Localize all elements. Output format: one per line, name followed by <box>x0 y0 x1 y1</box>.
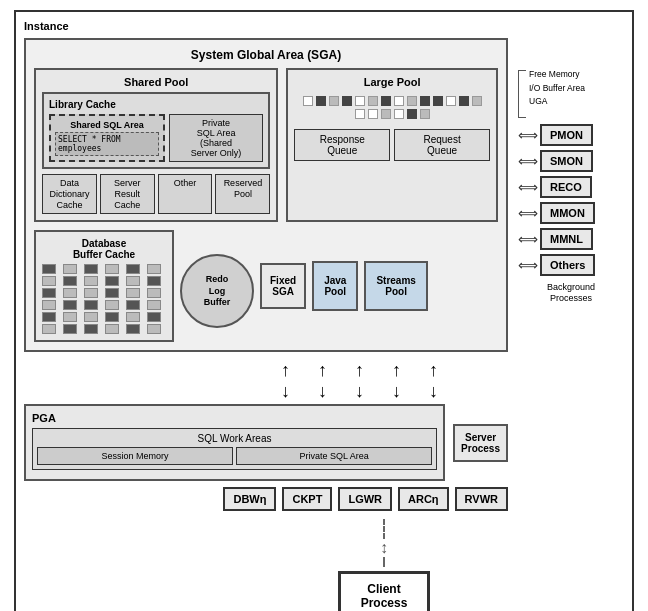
private-sql-area-cell: Private SQL Area <box>236 447 432 465</box>
mmnl-row: ⟺ MMNL <box>518 228 624 250</box>
large-pool-box: Large Pool Response Queue Request Queue <box>286 68 498 222</box>
pga-bottom-row: Session Memory Private SQL Area <box>37 447 432 465</box>
pga-sql-work-areas: SQL Work Areas Session Memory Private SQ… <box>32 428 437 470</box>
fixed-sga-label: Fixed SGA <box>270 275 296 297</box>
outer-container: Instance System Global Area (SGA) Shared… <box>4 0 644 611</box>
sga-box: System Global Area (SGA) Shared Pool Lib… <box>24 38 508 352</box>
java-pool-box: Java Pool <box>312 261 358 311</box>
large-pool-queues: Response Queue Request Queue <box>294 129 490 161</box>
sga-label: System Global Area (SGA) <box>34 48 498 62</box>
other-cell: Other <box>158 174 213 214</box>
reco-row: ⟺ RECO <box>518 176 624 198</box>
vertical-arrow-area: ↕ <box>144 519 624 567</box>
shared-sql-title: Shared SQL Area <box>55 120 159 130</box>
buffer-grid <box>42 264 166 334</box>
bg-processes-label: Background Processes <box>518 282 624 304</box>
instance-label: Instance <box>24 20 624 32</box>
sga-middle-row: Database Buffer Cache <box>34 230 498 342</box>
mmon-box: MMON <box>540 202 595 224</box>
redo-log-box: Redo Log Buffer <box>180 254 254 328</box>
reco-arrow: ⟺ <box>518 179 538 195</box>
pga-box: PGA SQL Work Areas Session Memory Privat… <box>24 404 445 481</box>
mmnl-box: MMNL <box>540 228 593 250</box>
server-result-cache-cell: Server Result Cache <box>100 174 155 214</box>
pga-label: PGA <box>32 412 437 424</box>
pmon-arrow: ⟺ <box>518 127 538 143</box>
reserved-pool-cell: Reserved Pool <box>215 174 270 214</box>
request-queue-box: Request Queue <box>394 129 490 161</box>
others-box: Others <box>540 254 595 276</box>
shared-sql-code: SELECT * FROM employees <box>55 132 159 156</box>
server-process-label: Server Process <box>461 432 500 454</box>
library-cache-label: Library Cache <box>49 99 263 110</box>
large-pool-label: Large Pool <box>294 76 490 88</box>
smon-row: ⟺ SMON <box>518 150 624 172</box>
free-memory-label: Free Memory <box>529 68 585 82</box>
smon-arrow: ⟺ <box>518 153 538 169</box>
java-pool-label: Java Pool <box>324 275 346 297</box>
mmnl-arrow: ⟺ <box>518 231 538 247</box>
reco-box: RECO <box>540 176 592 198</box>
shared-pool-box: Shared Pool Library Cache Shared SQL Are… <box>34 68 278 222</box>
fixed-sga-box: Fixed SGA <box>260 263 306 309</box>
shared-pool-bottom: Data Dictionary Cache Server Result Cach… <box>42 174 270 214</box>
server-process-box: Server Process <box>453 424 508 462</box>
mmon-row: ⟺ MMON <box>518 202 624 224</box>
sql-work-areas-label: SQL Work Areas <box>37 433 432 444</box>
smon-box: SMON <box>540 150 593 172</box>
mmon-arrow: ⟺ <box>518 205 538 221</box>
ckpt-box: CKPT <box>282 487 332 511</box>
arcn-box: ARCη <box>398 487 449 511</box>
client-area: Client Process <box>144 571 624 611</box>
session-memory-cell: Session Memory <box>37 447 233 465</box>
shared-sql-box: Shared SQL Area SELECT * FROM employees <box>49 114 165 162</box>
client-process-box: Client Process <box>338 571 431 611</box>
io-buffer-label: I/O Buffer Area <box>529 82 585 96</box>
pmon-row: ⟺ PMON <box>518 124 624 146</box>
streams-pool-label: Streams Pool <box>376 275 415 297</box>
dbwn-box: DBWη <box>223 487 276 511</box>
db-buffer-cache-box: Database Buffer Cache <box>34 230 174 342</box>
instance-box: Instance System Global Area (SGA) Shared… <box>14 10 634 611</box>
streams-pool-box: Streams Pool <box>364 261 427 311</box>
shared-pool-label: Shared Pool <box>42 76 270 88</box>
others-row: ⟺ Others <box>518 254 624 276</box>
lgwr-box: LGWR <box>338 487 392 511</box>
right-column: Free Memory I/O Buffer Area UGA ⟺ PMON ⟺… <box>514 38 624 515</box>
pmon-box: PMON <box>540 124 593 146</box>
large-pool-dots <box>294 92 490 123</box>
private-sql-box: Private SQL Area (Shared Server Only) <box>169 114 264 162</box>
rvwr-box: RVWR <box>455 487 508 511</box>
db-buffer-cache-label: Database Buffer Cache <box>42 238 166 260</box>
others-arrow: ⟺ <box>518 257 538 273</box>
redo-log-label: Redo Log Buffer <box>204 274 231 307</box>
uga-label: UGA <box>529 95 585 109</box>
response-queue-box: Response Queue <box>294 129 390 161</box>
library-cache-box: Library Cache Shared SQL Area SELECT * F… <box>42 92 270 169</box>
data-dict-cache-cell: Data Dictionary Cache <box>42 174 97 214</box>
client-process-label: Client Process <box>361 582 408 610</box>
